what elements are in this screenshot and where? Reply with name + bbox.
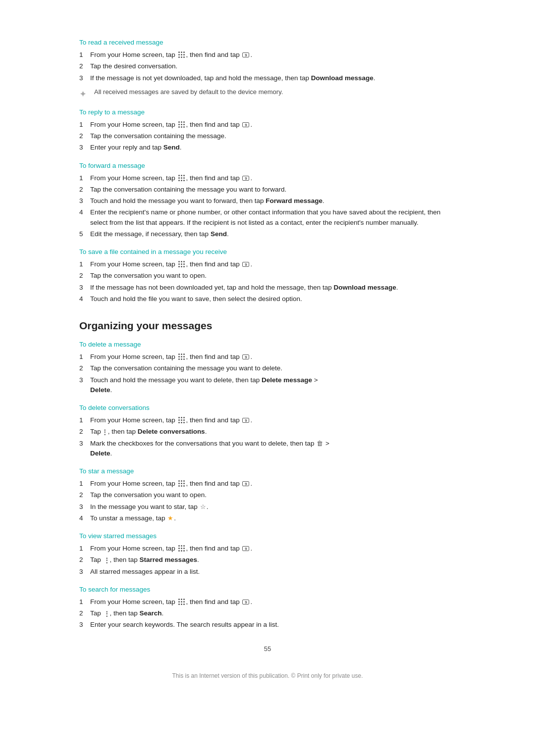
step-number: 1 bbox=[79, 120, 90, 130]
trash-icon: 🗑 bbox=[317, 439, 323, 449]
step-text: In the message you want to star, tap ☆. bbox=[90, 502, 456, 512]
step-number: 3 bbox=[79, 567, 90, 577]
more-icon: ⋮ bbox=[104, 609, 109, 619]
step-number: 4 bbox=[79, 207, 90, 217]
step-text: Touch and hold the file you want to save… bbox=[90, 294, 456, 304]
step-number: 1 bbox=[79, 597, 90, 607]
step-item: 3 All starred messages appear in a list. bbox=[79, 567, 456, 577]
step-item: 2 Tap ⋮, then tap Starred messages. bbox=[79, 555, 456, 565]
step-number: 2 bbox=[79, 363, 90, 373]
step-number: 2 bbox=[79, 185, 90, 195]
section-heading-view-starred: To view starred messages bbox=[79, 532, 456, 540]
step-number: 1 bbox=[79, 173, 90, 183]
section-view-starred: To view starred messages 1 From your Hom… bbox=[79, 532, 456, 577]
step-item: 4 Enter the recipient's name or phone nu… bbox=[79, 207, 456, 228]
step-number: 2 bbox=[79, 271, 90, 281]
grid-icon bbox=[178, 51, 185, 58]
step-number: 3 bbox=[79, 73, 90, 83]
section-star-msg: To star a message 1 From your Home scree… bbox=[79, 467, 456, 523]
step-item: 2 Tap the desired conversation. bbox=[79, 61, 456, 71]
step-text: To unstar a message, tap ★. bbox=[90, 513, 456, 523]
note-text: All received messages are saved by defau… bbox=[94, 88, 283, 96]
page-number: 55 bbox=[79, 645, 456, 653]
step-text: From your Home screen, tap , then find a… bbox=[90, 50, 456, 60]
msg-icon: 9 bbox=[242, 122, 249, 127]
step-text: If the message has not been downloaded y… bbox=[90, 283, 456, 293]
page-content: To read a received message 1 From your H… bbox=[79, 39, 456, 679]
more-icon: ⋮ bbox=[102, 427, 107, 437]
section-forward: To forward a message 1 From your Home sc… bbox=[79, 162, 456, 240]
steps-save-file: 1 From your Home screen, tap , then find… bbox=[79, 259, 456, 304]
section-save-file: To save a file contained in a message yo… bbox=[79, 248, 456, 304]
step-number: 3 bbox=[79, 439, 90, 449]
msg-icon: 9 bbox=[242, 418, 249, 423]
step-item: 1 From your Home screen, tap , then find… bbox=[79, 173, 456, 183]
steps-reply: 1 From your Home screen, tap , then find… bbox=[79, 120, 456, 153]
step-text: Tap⋮, then tap Delete conversations. bbox=[90, 427, 456, 437]
step-text: All starred messages appear in a list. bbox=[90, 567, 456, 577]
step-item: 1 From your Home screen, tap , then find… bbox=[79, 259, 456, 269]
grid-icon bbox=[178, 545, 185, 552]
step-item: 3 If the message has not been downloaded… bbox=[79, 283, 456, 293]
step-number: 2 bbox=[79, 61, 90, 71]
section-heading-save-file: To save a file contained in a message yo… bbox=[79, 248, 456, 255]
step-text: Enter your search keywords. The search r… bbox=[90, 620, 456, 630]
step-number: 2 bbox=[79, 555, 90, 565]
step-number: 2 bbox=[79, 427, 90, 437]
msg-icon: 9 bbox=[242, 176, 249, 181]
step-text: From your Home screen, tap , then find a… bbox=[90, 597, 456, 607]
steps-search-msg: 1 From your Home screen, tap , then find… bbox=[79, 597, 456, 630]
step-item: 1 From your Home screen, tap , then find… bbox=[79, 544, 456, 554]
step-item: 2 Tap the conversation containing the me… bbox=[79, 363, 456, 373]
page-footer: This is an Internet version of this publ… bbox=[79, 672, 456, 679]
section-heading-forward: To forward a message bbox=[79, 162, 456, 169]
step-text: Touch and hold the message you want to d… bbox=[90, 375, 456, 396]
steps-delete-conv: 1 From your Home screen, tap , then find… bbox=[79, 415, 456, 458]
step-item: 2 Tap the conversation you want to open. bbox=[79, 490, 456, 500]
step-number: 3 bbox=[79, 196, 90, 206]
step-item: 3 Enter your search keywords. The search… bbox=[79, 620, 456, 630]
step-text: Tap the conversation you want to open. bbox=[90, 490, 456, 500]
step-number: 4 bbox=[79, 294, 90, 304]
step-number: 2 bbox=[79, 131, 90, 141]
section-heading-delete-conv: To delete conversations bbox=[79, 404, 456, 411]
chapter-heading: Organizing your messages bbox=[79, 320, 456, 332]
step-text: Tap ⋮, then tap Search. bbox=[90, 608, 456, 618]
step-text: Mark the checkboxes for the conversation… bbox=[90, 439, 456, 459]
section-heading-star-msg: To star a message bbox=[79, 467, 456, 475]
note-box: ✦ All received messages are saved by def… bbox=[79, 88, 456, 100]
grid-icon bbox=[178, 417, 185, 424]
step-item: 1 From your Home screen, tap , then find… bbox=[79, 120, 456, 130]
step-item: 4 To unstar a message, tap ★. bbox=[79, 513, 456, 523]
section-delete-conv: To delete conversations 1 From your Home… bbox=[79, 404, 456, 458]
step-item: 3 Enter your reply and tap Send. bbox=[79, 143, 456, 152]
step-number: 2 bbox=[79, 490, 90, 500]
section-delete-msg: To delete a message 1 From your Home scr… bbox=[79, 341, 456, 395]
step-item: 3 Touch and hold the message you want to… bbox=[79, 196, 456, 206]
more-icon: ⋮ bbox=[104, 555, 109, 565]
step-number: 2 bbox=[79, 608, 90, 618]
step-text: From your Home screen, tap , then find a… bbox=[90, 120, 456, 130]
step-text: From your Home screen, tap , then find a… bbox=[90, 173, 456, 183]
step-item: 1 From your Home screen, tap , then find… bbox=[79, 352, 456, 362]
step-text: Tap the desired conversation. bbox=[90, 61, 456, 71]
step-number: 1 bbox=[79, 544, 90, 554]
steps-delete-msg: 1 From your Home screen, tap , then find… bbox=[79, 352, 456, 395]
step-text: Tap the conversation containing the mess… bbox=[90, 131, 456, 141]
step-number: 5 bbox=[79, 229, 90, 239]
step-text: Enter your reply and tap Send. bbox=[90, 143, 456, 152]
steps-read-received: 1 From your Home screen, tap , then find… bbox=[79, 50, 456, 83]
step-text: From your Home screen, tap , then find a… bbox=[90, 259, 456, 269]
step-item: 3 In the message you want to star, tap ☆… bbox=[79, 502, 456, 512]
msg-icon: 9 bbox=[242, 481, 249, 486]
step-number: 3 bbox=[79, 375, 90, 385]
step-number: 4 bbox=[79, 513, 90, 523]
step-number: 1 bbox=[79, 352, 90, 362]
step-item: 2 Tap the conversation containing the me… bbox=[79, 185, 456, 195]
step-number: 3 bbox=[79, 502, 90, 512]
steps-star-msg: 1 From your Home screen, tap , then find… bbox=[79, 479, 456, 523]
step-item: 3 If the message is not yet downloaded, … bbox=[79, 73, 456, 83]
step-item: 2 Tap the conversation you want to open. bbox=[79, 271, 456, 281]
steps-view-starred: 1 From your Home screen, tap , then find… bbox=[79, 544, 456, 577]
step-item: 5 Edit the message, if necessary, then t… bbox=[79, 229, 456, 239]
